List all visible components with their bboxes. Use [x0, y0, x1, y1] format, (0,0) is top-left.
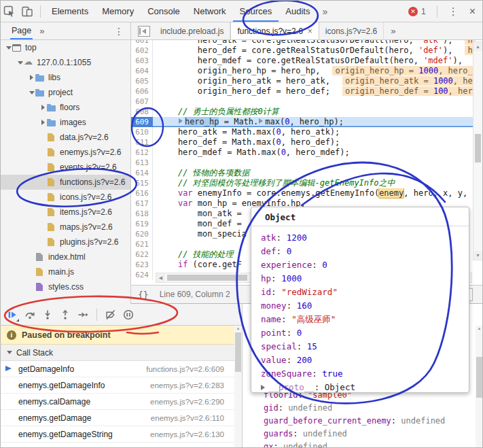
editor-vertical-scrollbar[interactable]: ▲ ▼	[473, 41, 483, 260]
tree-item-floors[interactable]: floors	[1, 100, 130, 115]
line-number-gutter[interactable]: 621	[131, 239, 153, 249]
inspect-icon[interactable]	[1, 3, 18, 20]
line-number-gutter[interactable]: 603	[131, 56, 153, 66]
scrollbar-thumb[interactable]	[167, 275, 247, 281]
tree-item-main-js[interactable]: main.js	[1, 264, 130, 279]
line-number-gutter[interactable]: 612	[131, 148, 153, 158]
line-number-gutter[interactable]: 624	[131, 270, 153, 280]
pause-on-exceptions-button[interactable]	[120, 306, 137, 324]
step-out-button[interactable]	[56, 306, 74, 324]
scroll-left-icon[interactable]: ◀	[156, 273, 165, 282]
scrollbar-thumb[interactable]	[475, 134, 481, 162]
scope-variable[interactable]: guard_before_current_enemy: undefined	[264, 415, 445, 428]
chevron-right-icon[interactable]	[28, 75, 35, 80]
chevron-down-icon[interactable]	[16, 61, 24, 65]
scrollbar-thumb[interactable]	[235, 332, 241, 372]
chevron-right-icon[interactable]	[39, 120, 47, 125]
tree-item-functions-js-v-2-6[interactable]: functions.js?v=2.6	[1, 175, 130, 190]
line-number-gutter[interactable]: 620	[131, 229, 153, 239]
line-number-gutter[interactable]: 609	[131, 117, 153, 127]
chevron-right-icon[interactable]	[39, 105, 47, 110]
panel-tab-memory[interactable]: Memory	[95, 1, 141, 22]
resume-button[interactable]	[3, 306, 21, 324]
line-number-gutter[interactable]: 615	[131, 178, 153, 188]
line-number-gutter[interactable]: 614	[131, 168, 153, 178]
call-stack-header[interactable]: Call Stack	[1, 345, 242, 361]
scroll-up-icon[interactable]: ▲	[473, 42, 482, 51]
panel-tab-sources[interactable]: Sources	[233, 1, 279, 22]
step-button[interactable]	[74, 306, 92, 324]
scroll-up-icon[interactable]: ▲	[476, 326, 483, 330]
line-number-gutter[interactable]: 602	[131, 46, 153, 56]
line-number-gutter[interactable]: 610	[131, 127, 153, 137]
line-number-gutter[interactable]: 605	[131, 76, 153, 86]
scope-variable[interactable]: gx: undefined	[264, 441, 445, 448]
tree-item-index-html[interactable]: index.html	[1, 249, 130, 264]
step-over-button[interactable]	[21, 306, 39, 324]
scope-variable[interactable]: guards: undefined	[264, 428, 445, 441]
tree-item-enemys-js-v-2-6[interactable]: enemys.js?v=2.6	[1, 145, 130, 160]
call-stack-row[interactable]: enemys.getDamageInfoenemys.js?v=2.6:283	[1, 377, 242, 394]
tree-item-libs[interactable]: libs	[1, 70, 130, 85]
tree-item-items-js-v-2-6[interactable]: items.js?v=2.6	[1, 205, 130, 220]
tree-item-data-js-v-2-6[interactable]: data.js?v=2.6	[1, 130, 130, 145]
panel-tab-network[interactable]: Network	[187, 1, 233, 22]
tree-item-styles-css[interactable]: styles.css	[1, 279, 130, 294]
close-icon[interactable]: ×	[465, 5, 483, 18]
navigator-more-chevron[interactable]: »	[39, 26, 44, 36]
tree-item-maps-js-v-2-6[interactable]: maps.js?v=2.6	[1, 220, 130, 235]
line-number-gutter[interactable]: 601	[131, 40, 153, 46]
tree-item-top[interactable]: top	[1, 40, 130, 55]
devtools-menu-icon[interactable]: ⋮	[442, 5, 465, 18]
line-number-gutter[interactable]: 619	[131, 219, 153, 229]
chevron-down-icon[interactable]	[5, 46, 12, 50]
line-number-gutter[interactable]: 608	[131, 107, 153, 117]
tree-item-images[interactable]: images	[1, 115, 130, 130]
line-number-gutter[interactable]: 606	[131, 86, 153, 97]
tree-item-plugins-js-v-2-6[interactable]: plugins.js?v=2.6	[1, 235, 130, 249]
navigator-menu-icon[interactable]: ⋮	[114, 26, 124, 37]
line-number-gutter[interactable]: 623	[131, 260, 153, 270]
tree-item-project[interactable]: project	[1, 85, 130, 100]
call-stack-row[interactable]: enemys.getDamageStringenemys.js?v=2.6:13…	[1, 426, 242, 443]
chevron-down-icon[interactable]	[28, 91, 35, 94]
tree-item-icons-js-v-2-6[interactable]: icons.js?v=2.6	[1, 190, 130, 205]
step-into-button[interactable]	[39, 306, 56, 324]
call-stack-scrollbar[interactable]: ▲	[234, 326, 242, 448]
panel-tab-console[interactable]: Console	[141, 1, 187, 22]
line-number-gutter[interactable]: 607	[131, 97, 153, 107]
line-number-gutter[interactable]: 611	[131, 137, 153, 148]
panel-tab-audits[interactable]: Audits	[279, 1, 317, 22]
panel-tab-elements[interactable]: Elements	[45, 1, 95, 22]
line-number-gutter[interactable]: 618	[131, 209, 153, 219]
file-tab-functions-js-v-2-6[interactable]: functions.js?v=2.6×	[230, 22, 319, 39]
hovered-token[interactable]: enemy	[379, 188, 404, 198]
file-tab-icons-js-v-2-6[interactable]: icons.js?v=2.6	[319, 22, 384, 39]
error-badge-icon[interactable]: ✕	[408, 7, 418, 16]
line-number-gutter[interactable]: 616	[131, 188, 153, 199]
call-stack-row[interactable]: getDamageInfofunctions.js?v=2.6:609	[1, 361, 242, 377]
tree-item-events-js-v-2-6[interactable]: events.js?v=2.6	[1, 160, 130, 175]
pretty-print-icon[interactable]: {}	[138, 290, 149, 300]
line-number-gutter[interactable]: 604	[131, 66, 153, 76]
line-number-gutter[interactable]: 622	[131, 249, 153, 260]
deactivate-breakpoints-button[interactable]	[102, 306, 120, 324]
close-tab-icon[interactable]: ×	[308, 27, 312, 36]
tree-item-127-0-0-1-1055[interactable]: ☁127.0.0.1:1055	[1, 55, 130, 70]
expand-arrow-icon[interactable]	[261, 385, 265, 390]
line-number-gutter[interactable]: 617	[131, 199, 153, 209]
call-stack-row[interactable]: enemys.calDamageenemys.js?v=2.6:290	[1, 394, 242, 410]
scroll-up-icon[interactable]: ▲	[234, 326, 242, 330]
file-tab-include-preload-js[interactable]: include.preload.js	[154, 22, 230, 39]
popup-property[interactable]: __proto__: Object	[261, 381, 469, 393]
scroll-down-icon[interactable]: ▼	[473, 251, 482, 260]
device-toolbar-icon[interactable]	[18, 3, 36, 20]
scrollbar-thumb[interactable]	[476, 357, 482, 398]
tab-page[interactable]: Page	[10, 22, 33, 39]
scope-scrollbar[interactable]: ▲	[476, 326, 483, 448]
hide-navigator-icon[interactable]	[138, 26, 150, 37]
scope-variable[interactable]: gid: undefined	[264, 402, 445, 415]
more-tabs-chevron[interactable]: »	[384, 22, 402, 39]
line-number-gutter[interactable]: 613	[131, 158, 153, 168]
call-stack-row[interactable]: enemys.getDamageenemys.js?v=2.6:110	[1, 410, 242, 426]
